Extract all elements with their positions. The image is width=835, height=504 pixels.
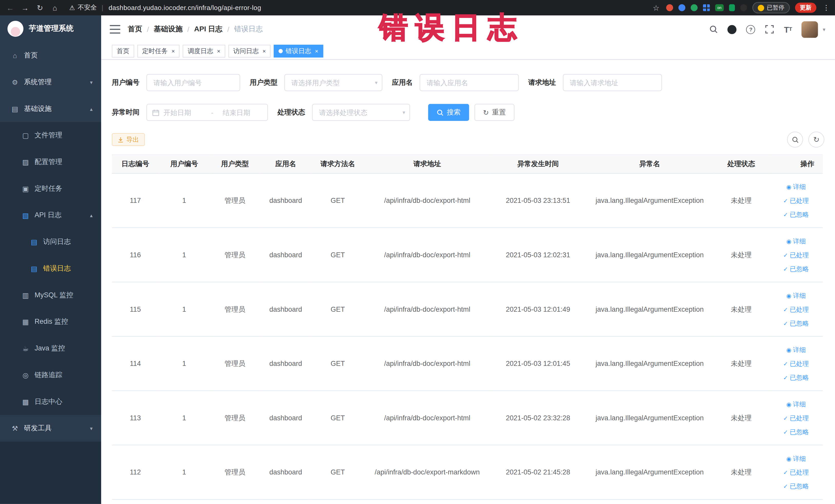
extension-on-icon[interactable]: on — [715, 4, 724, 11]
sidebar-item-access-log[interactable]: ▤ 访问日志 — [0, 228, 101, 255]
close-icon[interactable]: × — [263, 48, 266, 54]
export-button[interactable]: 导出 — [112, 133, 145, 146]
detail-link[interactable]: ◉详细 — [771, 397, 821, 411]
extension-green-icon[interactable] — [691, 4, 698, 11]
header-app-name: 应用名 — [260, 155, 311, 174]
sidebar-item-job[interactable]: ▣ 定时任务 — [0, 175, 101, 202]
cell-user-id: 1 — [159, 282, 210, 337]
extension-red-icon[interactable] — [666, 4, 673, 11]
eye-icon: ◉ — [786, 401, 791, 407]
breadcrumb-infra[interactable]: 基础设施 — [154, 24, 183, 34]
sidebar-item-system[interactable]: ⚙ 系统管理 ▾ — [0, 69, 101, 96]
processed-link[interactable]: ✓已处理 — [771, 357, 821, 370]
tab-job-log[interactable]: 调度日志 × — [183, 45, 225, 58]
request-url-input[interactable] — [563, 74, 662, 91]
processed-link[interactable]: ✓已处理 — [771, 194, 821, 207]
cell-user-id: 1 — [159, 228, 210, 282]
start-date-input[interactable] — [162, 108, 203, 117]
file-icon: ▢ — [21, 131, 30, 139]
fullscreen-icon[interactable] — [764, 24, 775, 35]
sidebar-item-dev-tools[interactable]: ⚒ 研发工具 ▾ — [0, 415, 101, 442]
home-nav-icon[interactable]: ⌂ — [50, 3, 60, 12]
ignored-link[interactable]: ✓已忽略 — [771, 370, 821, 384]
sidebar-item-file[interactable]: ▢ 文件管理 — [0, 122, 101, 149]
sidebar-item-trace[interactable]: ◎ 链路追踪 — [0, 362, 101, 388]
hamburger-icon[interactable] — [109, 25, 120, 34]
toggle-search-button[interactable] — [787, 132, 803, 147]
user-id-input[interactable] — [147, 74, 240, 91]
address-bar[interactable]: dashboard.yudao.iocoder.cn/infra/log/api… — [108, 4, 261, 12]
extension-leaf-icon[interactable] — [729, 4, 735, 11]
detail-link[interactable]: ◉详细 — [771, 343, 821, 357]
app-name-input[interactable] — [420, 74, 519, 91]
search-button[interactable]: 搜索 — [428, 104, 469, 121]
extension-paw-icon[interactable] — [740, 4, 747, 11]
refresh-button[interactable]: ↻ — [808, 132, 824, 147]
ignored-link[interactable]: ✓已忽略 — [771, 262, 821, 276]
database-icon: ▥ — [21, 291, 30, 299]
detail-link[interactable]: ◉详细 — [771, 180, 821, 194]
cell-process-status: 未处理 — [713, 445, 769, 499]
reset-button[interactable]: ↻ 重置 — [474, 104, 514, 121]
detail-link[interactable]: ◉详细 — [771, 234, 821, 248]
sidebar-item-error-log[interactable]: ▤ 错误日志 — [0, 255, 101, 282]
update-button[interactable]: 更新 — [795, 3, 816, 13]
sidebar-item-api-log[interactable]: ▧ API 日志 ▴ — [0, 202, 101, 228]
ignored-link[interactable]: ✓已忽略 — [771, 316, 821, 330]
tab-home[interactable]: 首页 — [112, 45, 134, 58]
processed-link[interactable]: ✓已处理 — [771, 302, 821, 316]
detail-link[interactable]: ◉详细 — [771, 451, 821, 465]
sidebar-item-config[interactable]: ▨ 配置管理 — [0, 149, 101, 175]
process-status-select[interactable] — [312, 104, 410, 121]
reload-icon[interactable]: ↻ — [35, 3, 45, 12]
security-chip[interactable]: ⚠ 不安全 | — [69, 3, 103, 12]
tab-job[interactable]: 定时任务 × — [137, 45, 180, 58]
sidebar-item-infra[interactable]: ▤ 基础设施 ▴ — [0, 95, 101, 122]
detail-link[interactable]: ◉详细 — [771, 288, 821, 302]
header-process-status: 处理状态 — [713, 155, 769, 174]
close-icon[interactable]: × — [171, 48, 175, 54]
github-icon[interactable] — [727, 24, 737, 35]
ignored-link[interactable]: ✓已忽略 — [771, 207, 821, 221]
sidebar-item-log-center[interactable]: ▩ 日志中心 — [0, 388, 101, 415]
chevron-up-icon: ▴ — [90, 212, 93, 218]
cell-user-type: 管理员 — [209, 282, 260, 337]
breadcrumb-api-log[interactable]: API 日志 — [194, 24, 223, 34]
paused-button[interactable]: 已暂停 — [752, 2, 790, 13]
check-icon: ✓ — [783, 306, 788, 313]
ignored-link[interactable]: ✓已忽略 — [771, 479, 821, 493]
sidebar-item-redis[interactable]: ▦ Redis 监控 — [0, 308, 101, 335]
avatar-caret-icon[interactable]: ▾ — [823, 26, 825, 32]
close-icon[interactable]: × — [217, 48, 220, 54]
user-type-select[interactable] — [284, 74, 383, 91]
app-logo[interactable]: 芋道管理系统 — [0, 15, 101, 42]
extension-blue-icon[interactable] — [678, 4, 685, 11]
processed-link[interactable]: ✓已处理 — [771, 411, 821, 425]
forward-icon[interactable]: → — [20, 3, 30, 12]
browser-menu-icon[interactable]: ⋮ — [823, 4, 830, 12]
sidebar-item-mysql[interactable]: ▥ MySQL 监控 — [0, 282, 101, 308]
ignored-link[interactable]: ✓已忽略 — [771, 425, 821, 439]
cell-process-status: 未处理 — [713, 336, 769, 391]
end-date-input[interactable] — [222, 108, 262, 117]
eye-icon: ◉ — [786, 238, 791, 244]
extension-grid-icon[interactable] — [703, 4, 710, 11]
user-id-label: 用户编号 — [112, 78, 140, 87]
breadcrumb-home[interactable]: 首页 — [128, 24, 142, 34]
sidebar-item-home[interactable]: ⌂ 首页 — [0, 42, 101, 69]
tab-access-log[interactable]: 访问日志 × — [228, 45, 271, 58]
processed-link[interactable]: ✓已处理 — [771, 248, 821, 262]
date-range-picker[interactable]: - — [147, 104, 268, 121]
tab-error-log[interactable]: 错误日志 × — [274, 45, 323, 58]
cell-exception-name: java.lang.IllegalArgumentException — [586, 282, 713, 337]
bookmark-star-icon[interactable]: ☆ — [651, 3, 661, 12]
font-size-icon[interactable]: TT — [783, 24, 793, 35]
sidebar-item-java[interactable]: ☕ Java 监控 — [0, 335, 101, 362]
close-icon[interactable]: × — [315, 48, 318, 54]
user-avatar[interactable] — [801, 21, 818, 38]
help-icon[interactable]: ? — [746, 24, 756, 35]
search-icon[interactable] — [708, 24, 719, 35]
cell-user-id: 1 — [159, 391, 210, 445]
processed-link[interactable]: ✓已处理 — [771, 465, 821, 479]
back-icon[interactable]: ← — [5, 3, 15, 12]
